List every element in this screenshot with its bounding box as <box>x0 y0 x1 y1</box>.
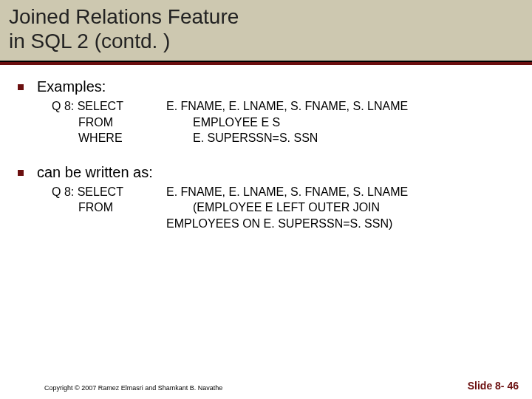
query-row: EMPLOYEES ON E. SUPERSSN=S. SSN) <box>52 216 517 232</box>
square-bullet-icon <box>18 170 24 176</box>
query-value: (EMPLOYEE E LEFT OUTER JOIN <box>193 200 517 216</box>
query-keyword: WHERE <box>52 130 193 146</box>
bullet-item: Examples: <box>18 78 517 95</box>
bullet-heading: Examples: <box>37 78 106 95</box>
query-block: Q 8: SELECT E. FNAME, E. LNAME, S. FNAME… <box>52 98 517 146</box>
slide-title: Joined Relations Feature in SQL 2 (contd… <box>9 4 523 53</box>
query-value: E. FNAME, E. LNAME, S. FNAME, S. LNAME <box>166 184 517 200</box>
query-block: Q 8: SELECT E. FNAME, E. LNAME, S. FNAME… <box>52 184 517 232</box>
query-value: E. FNAME, E. LNAME, S. FNAME, S. LNAME <box>166 98 517 115</box>
bullet-item: can be written as: <box>18 164 517 181</box>
query-row: FROM (EMPLOYEE E LEFT OUTER JOIN <box>52 200 517 216</box>
query-keyword: FROM <box>52 115 193 131</box>
query-keyword <box>52 216 166 232</box>
query-row: FROM EMPLOYEE E S <box>52 115 517 131</box>
copyright-text: Copyright © 2007 Ramez Elmasri and Shamk… <box>44 384 222 392</box>
footer: Copyright © 2007 Ramez Elmasri and Shamk… <box>0 380 532 392</box>
query-row: Q 8: SELECT E. FNAME, E. LNAME, S. FNAME… <box>52 184 517 200</box>
square-bullet-icon <box>18 84 24 90</box>
bullet-heading: can be written as: <box>37 164 153 181</box>
query-keyword: Q 8: SELECT <box>52 184 166 200</box>
title-band: Joined Relations Feature in SQL 2 (contd… <box>0 0 532 62</box>
title-line-1: Joined Relations Feature <box>9 5 239 28</box>
slide-number: Slide 8- 46 <box>468 380 519 392</box>
query-keyword: Q 8: SELECT <box>52 98 166 115</box>
query-row: WHERE E. SUPERSSN=S. SSN <box>52 130 517 146</box>
query-row: Q 8: SELECT E. FNAME, E. LNAME, S. FNAME… <box>52 98 517 115</box>
query-keyword: FROM <box>52 200 193 216</box>
query-value: EMPLOYEE E S <box>193 115 517 131</box>
content-area: Examples: Q 8: SELECT E. FNAME, E. LNAME… <box>0 65 532 232</box>
query-value: EMPLOYEES ON E. SUPERSSN=S. SSN) <box>166 216 517 232</box>
query-value: E. SUPERSSN=S. SSN <box>193 130 517 146</box>
title-line-2: in SQL 2 (contd. ) <box>9 30 170 52</box>
